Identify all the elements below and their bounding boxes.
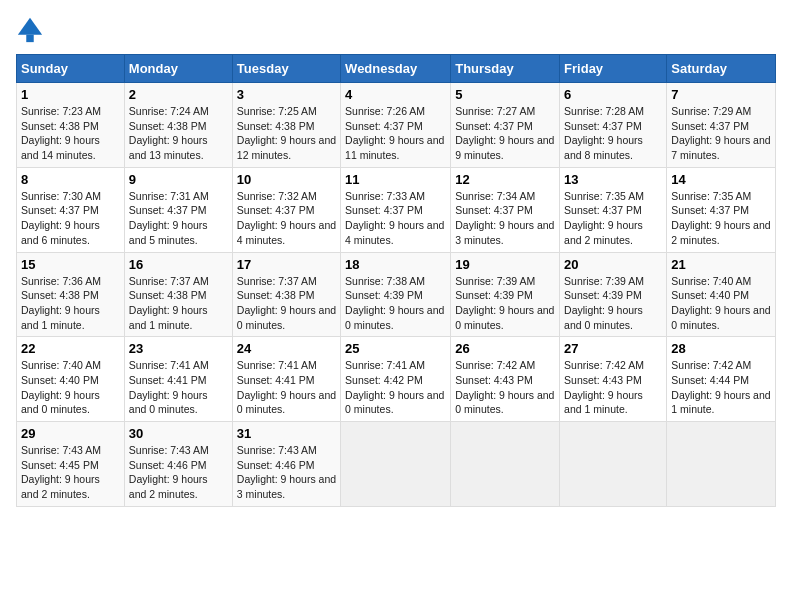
day-cell-23: 23 Sunrise: 7:41 AM Sunset: 4:41 PM Dayl… — [124, 337, 232, 422]
day-cell-30: 30 Sunrise: 7:43 AM Sunset: 4:46 PM Dayl… — [124, 422, 232, 507]
cell-content: Sunrise: 7:35 AM Sunset: 4:37 PM Dayligh… — [671, 189, 771, 248]
day-cell-27: 27 Sunrise: 7:42 AM Sunset: 4:43 PM Dayl… — [560, 337, 667, 422]
empty-cell — [560, 422, 667, 507]
header-friday: Friday — [560, 55, 667, 83]
day-cell-25: 25 Sunrise: 7:41 AM Sunset: 4:42 PM Dayl… — [341, 337, 451, 422]
day-number: 30 — [129, 426, 228, 441]
day-number: 24 — [237, 341, 336, 356]
day-cell-22: 22 Sunrise: 7:40 AM Sunset: 4:40 PM Dayl… — [17, 337, 125, 422]
week-row-4: 22 Sunrise: 7:40 AM Sunset: 4:40 PM Dayl… — [17, 337, 776, 422]
cell-content: Sunrise: 7:42 AM Sunset: 4:44 PM Dayligh… — [671, 358, 771, 417]
cell-content: Sunrise: 7:24 AM Sunset: 4:38 PM Dayligh… — [129, 104, 228, 163]
day-cell-29: 29 Sunrise: 7:43 AM Sunset: 4:45 PM Dayl… — [17, 422, 125, 507]
day-cell-31: 31 Sunrise: 7:43 AM Sunset: 4:46 PM Dayl… — [232, 422, 340, 507]
cell-content: Sunrise: 7:42 AM Sunset: 4:43 PM Dayligh… — [564, 358, 662, 417]
cell-content: Sunrise: 7:31 AM Sunset: 4:37 PM Dayligh… — [129, 189, 228, 248]
cell-content: Sunrise: 7:23 AM Sunset: 4:38 PM Dayligh… — [21, 104, 120, 163]
day-number: 13 — [564, 172, 662, 187]
week-row-2: 8 Sunrise: 7:30 AM Sunset: 4:37 PM Dayli… — [17, 167, 776, 252]
cell-content: Sunrise: 7:39 AM Sunset: 4:39 PM Dayligh… — [564, 274, 662, 333]
week-row-1: 1 Sunrise: 7:23 AM Sunset: 4:38 PM Dayli… — [17, 83, 776, 168]
cell-content: Sunrise: 7:30 AM Sunset: 4:37 PM Dayligh… — [21, 189, 120, 248]
cell-content: Sunrise: 7:37 AM Sunset: 4:38 PM Dayligh… — [129, 274, 228, 333]
day-number: 16 — [129, 257, 228, 272]
day-cell-8: 8 Sunrise: 7:30 AM Sunset: 4:37 PM Dayli… — [17, 167, 125, 252]
cell-content: Sunrise: 7:32 AM Sunset: 4:37 PM Dayligh… — [237, 189, 336, 248]
day-cell-11: 11 Sunrise: 7:33 AM Sunset: 4:37 PM Dayl… — [341, 167, 451, 252]
day-number: 14 — [671, 172, 771, 187]
svg-marker-0 — [18, 18, 42, 35]
cell-content: Sunrise: 7:35 AM Sunset: 4:37 PM Dayligh… — [564, 189, 662, 248]
cell-content: Sunrise: 7:41 AM Sunset: 4:41 PM Dayligh… — [129, 358, 228, 417]
day-cell-7: 7 Sunrise: 7:29 AM Sunset: 4:37 PM Dayli… — [667, 83, 776, 168]
empty-cell — [667, 422, 776, 507]
day-number: 29 — [21, 426, 120, 441]
header-row: SundayMondayTuesdayWednesdayThursdayFrid… — [17, 55, 776, 83]
day-cell-2: 2 Sunrise: 7:24 AM Sunset: 4:38 PM Dayli… — [124, 83, 232, 168]
cell-content: Sunrise: 7:29 AM Sunset: 4:37 PM Dayligh… — [671, 104, 771, 163]
cell-content: Sunrise: 7:43 AM Sunset: 4:46 PM Dayligh… — [237, 443, 336, 502]
empty-cell — [341, 422, 451, 507]
day-cell-24: 24 Sunrise: 7:41 AM Sunset: 4:41 PM Dayl… — [232, 337, 340, 422]
day-number: 1 — [21, 87, 120, 102]
day-number: 21 — [671, 257, 771, 272]
day-cell-17: 17 Sunrise: 7:37 AM Sunset: 4:38 PM Dayl… — [232, 252, 340, 337]
day-cell-28: 28 Sunrise: 7:42 AM Sunset: 4:44 PM Dayl… — [667, 337, 776, 422]
day-number: 27 — [564, 341, 662, 356]
day-number: 12 — [455, 172, 555, 187]
cell-content: Sunrise: 7:37 AM Sunset: 4:38 PM Dayligh… — [237, 274, 336, 333]
day-cell-15: 15 Sunrise: 7:36 AM Sunset: 4:38 PM Dayl… — [17, 252, 125, 337]
day-number: 18 — [345, 257, 446, 272]
day-number: 4 — [345, 87, 446, 102]
day-number: 8 — [21, 172, 120, 187]
cell-content: Sunrise: 7:25 AM Sunset: 4:38 PM Dayligh… — [237, 104, 336, 163]
cell-content: Sunrise: 7:33 AM Sunset: 4:37 PM Dayligh… — [345, 189, 446, 248]
cell-content: Sunrise: 7:43 AM Sunset: 4:46 PM Dayligh… — [129, 443, 228, 502]
day-number: 9 — [129, 172, 228, 187]
cell-content: Sunrise: 7:36 AM Sunset: 4:38 PM Dayligh… — [21, 274, 120, 333]
cell-content: Sunrise: 7:26 AM Sunset: 4:37 PM Dayligh… — [345, 104, 446, 163]
header-sunday: Sunday — [17, 55, 125, 83]
day-number: 25 — [345, 341, 446, 356]
week-row-3: 15 Sunrise: 7:36 AM Sunset: 4:38 PM Dayl… — [17, 252, 776, 337]
day-cell-4: 4 Sunrise: 7:26 AM Sunset: 4:37 PM Dayli… — [341, 83, 451, 168]
cell-content: Sunrise: 7:41 AM Sunset: 4:41 PM Dayligh… — [237, 358, 336, 417]
day-number: 3 — [237, 87, 336, 102]
day-number: 6 — [564, 87, 662, 102]
day-cell-18: 18 Sunrise: 7:38 AM Sunset: 4:39 PM Dayl… — [341, 252, 451, 337]
day-cell-9: 9 Sunrise: 7:31 AM Sunset: 4:37 PM Dayli… — [124, 167, 232, 252]
header-wednesday: Wednesday — [341, 55, 451, 83]
cell-content: Sunrise: 7:41 AM Sunset: 4:42 PM Dayligh… — [345, 358, 446, 417]
logo-icon — [16, 16, 44, 44]
day-number: 26 — [455, 341, 555, 356]
day-cell-26: 26 Sunrise: 7:42 AM Sunset: 4:43 PM Dayl… — [451, 337, 560, 422]
day-cell-21: 21 Sunrise: 7:40 AM Sunset: 4:40 PM Dayl… — [667, 252, 776, 337]
day-cell-5: 5 Sunrise: 7:27 AM Sunset: 4:37 PM Dayli… — [451, 83, 560, 168]
cell-content: Sunrise: 7:39 AM Sunset: 4:39 PM Dayligh… — [455, 274, 555, 333]
header-tuesday: Tuesday — [232, 55, 340, 83]
day-number: 15 — [21, 257, 120, 272]
cell-content: Sunrise: 7:27 AM Sunset: 4:37 PM Dayligh… — [455, 104, 555, 163]
day-number: 22 — [21, 341, 120, 356]
day-cell-6: 6 Sunrise: 7:28 AM Sunset: 4:37 PM Dayli… — [560, 83, 667, 168]
day-number: 11 — [345, 172, 446, 187]
day-cell-20: 20 Sunrise: 7:39 AM Sunset: 4:39 PM Dayl… — [560, 252, 667, 337]
day-number: 28 — [671, 341, 771, 356]
cell-content: Sunrise: 7:28 AM Sunset: 4:37 PM Dayligh… — [564, 104, 662, 163]
cell-content: Sunrise: 7:42 AM Sunset: 4:43 PM Dayligh… — [455, 358, 555, 417]
day-cell-13: 13 Sunrise: 7:35 AM Sunset: 4:37 PM Dayl… — [560, 167, 667, 252]
page-header — [16, 16, 776, 44]
day-cell-12: 12 Sunrise: 7:34 AM Sunset: 4:37 PM Dayl… — [451, 167, 560, 252]
day-number: 23 — [129, 341, 228, 356]
cell-content: Sunrise: 7:40 AM Sunset: 4:40 PM Dayligh… — [21, 358, 120, 417]
day-cell-16: 16 Sunrise: 7:37 AM Sunset: 4:38 PM Dayl… — [124, 252, 232, 337]
day-number: 5 — [455, 87, 555, 102]
day-cell-1: 1 Sunrise: 7:23 AM Sunset: 4:38 PM Dayli… — [17, 83, 125, 168]
svg-rect-1 — [26, 35, 33, 42]
day-number: 7 — [671, 87, 771, 102]
header-saturday: Saturday — [667, 55, 776, 83]
header-thursday: Thursday — [451, 55, 560, 83]
cell-content: Sunrise: 7:34 AM Sunset: 4:37 PM Dayligh… — [455, 189, 555, 248]
header-monday: Monday — [124, 55, 232, 83]
cell-content: Sunrise: 7:43 AM Sunset: 4:45 PM Dayligh… — [21, 443, 120, 502]
